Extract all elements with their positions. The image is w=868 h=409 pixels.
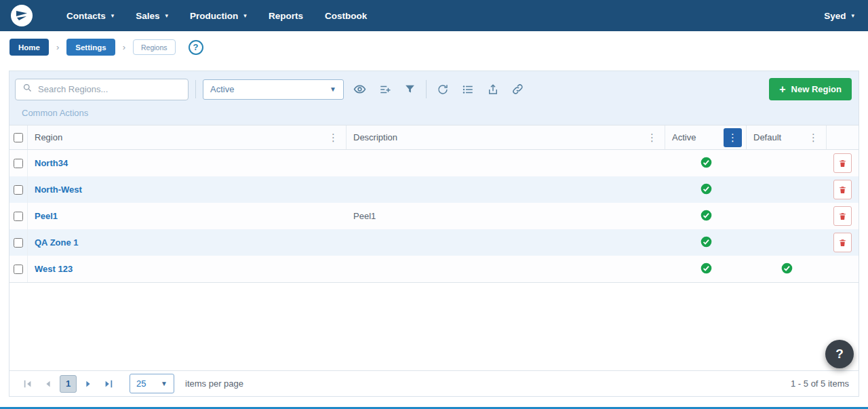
- column-label: Description: [353, 132, 397, 142]
- nav-costbook[interactable]: Costbook: [314, 0, 378, 31]
- current-page-button[interactable]: 1: [60, 375, 77, 393]
- user-menu[interactable]: Syed ▾: [824, 11, 857, 21]
- row-checkbox[interactable]: [14, 185, 23, 195]
- default-cell: [747, 203, 827, 229]
- common-actions-toggle[interactable]: Common Actions: [15, 100, 852, 125]
- breadcrumb-regions-chip: Regions: [133, 39, 176, 55]
- table-body: North34 North-West Peel1 P: [9, 150, 859, 283]
- toolbar: Active ▼: [15, 78, 852, 100]
- actions-cell: [827, 203, 859, 229]
- list-icon[interactable]: [458, 80, 477, 98]
- description-cell: [347, 176, 665, 203]
- column-label: Active: [672, 132, 696, 142]
- column-menu-button[interactable]: ⋮: [805, 132, 822, 144]
- active-cell: [665, 203, 747, 229]
- region-link[interactable]: QA Zone 1: [35, 237, 79, 248]
- help-icon[interactable]: ?: [189, 40, 203, 55]
- actions-cell: [827, 229, 859, 256]
- first-page-button[interactable]: [19, 375, 37, 393]
- search-icon: [22, 83, 33, 96]
- view-eye-icon[interactable]: [351, 80, 369, 98]
- default-cell: [747, 256, 827, 282]
- table-row: Peel1 Peel1: [9, 203, 859, 229]
- pagination-bar: 1 25 ▼ items per page 1 - 5 of 5 items: [9, 370, 859, 396]
- app-logo-icon[interactable]: [11, 5, 33, 26]
- plus-icon: +: [779, 84, 785, 95]
- nav-contacts[interactable]: Contacts ▾: [56, 0, 125, 31]
- actions-cell: [827, 176, 859, 203]
- refresh-icon[interactable]: [433, 80, 452, 98]
- row-checkbox[interactable]: [14, 212, 23, 221]
- table-row: North-West: [9, 176, 859, 203]
- active-cell: [665, 176, 747, 203]
- active-cell: [665, 229, 747, 256]
- delete-row-button[interactable]: [833, 233, 852, 252]
- chevron-down-icon: ▾: [851, 13, 854, 19]
- breadcrumb-separator-icon: ›: [123, 42, 125, 52]
- nav-reports-label: Reports: [269, 11, 303, 21]
- default-check-icon: [781, 262, 793, 276]
- search-input[interactable]: [38, 84, 181, 94]
- column-label: Region: [35, 132, 62, 142]
- description-cell: [347, 229, 665, 256]
- chevron-down-icon: ▾: [243, 13, 247, 19]
- table-header: Region ⋮ Description ⋮ Active ⋮ Default …: [9, 125, 859, 150]
- default-cell: [747, 150, 827, 176]
- status-filter-value: Active: [210, 84, 234, 94]
- column-header-default: Default ⋮: [747, 125, 827, 149]
- active-cell: [665, 150, 747, 176]
- previous-page-button[interactable]: [39, 375, 57, 393]
- description-cell: [347, 256, 665, 282]
- region-link[interactable]: Peel1: [35, 211, 58, 221]
- next-page-button[interactable]: [79, 375, 97, 393]
- nav-reports[interactable]: Reports: [258, 0, 314, 31]
- delete-row-button[interactable]: [833, 153, 852, 173]
- description-cell: [347, 150, 665, 176]
- select-all-checkbox[interactable]: [14, 133, 23, 142]
- delete-row-button[interactable]: [833, 180, 852, 199]
- column-label: Default: [753, 132, 781, 142]
- nav-sales[interactable]: Sales ▾: [125, 0, 179, 31]
- row-checkbox[interactable]: [14, 238, 23, 248]
- page-size-select[interactable]: 25 ▼: [130, 374, 174, 393]
- export-icon[interactable]: [484, 80, 502, 98]
- filter-funnel-icon[interactable]: [401, 80, 419, 98]
- region-link[interactable]: North34: [35, 158, 68, 168]
- active-check-icon: [701, 236, 712, 250]
- chevron-down-icon: ▼: [330, 85, 336, 93]
- last-page-button[interactable]: [100, 375, 117, 393]
- column-menu-button-active[interactable]: ⋮: [724, 128, 742, 147]
- region-link[interactable]: West 123: [35, 264, 73, 274]
- nav-costbook-label: Costbook: [325, 11, 367, 21]
- new-region-button[interactable]: + New Region: [769, 78, 852, 100]
- page-size-value: 25: [136, 378, 146, 389]
- row-checkbox[interactable]: [14, 265, 23, 274]
- link-icon[interactable]: [509, 80, 527, 98]
- breadcrumb-settings-button[interactable]: Settings: [66, 39, 115, 56]
- chevron-down-icon: ▾: [111, 13, 115, 19]
- column-menu-button[interactable]: ⋮: [644, 132, 660, 144]
- region-link[interactable]: North-West: [35, 184, 82, 195]
- column-menu-button[interactable]: ⋮: [325, 132, 342, 144]
- active-check-icon: [701, 183, 712, 197]
- actions-cell: [827, 256, 859, 282]
- breadcrumb-home-button[interactable]: Home: [9, 39, 49, 56]
- nav-sales-label: Sales: [136, 11, 159, 21]
- add-columns-icon[interactable]: [376, 80, 394, 98]
- table-row: QA Zone 1: [9, 229, 859, 256]
- actions-cell: [827, 150, 859, 176]
- floating-help-button[interactable]: ?: [825, 340, 854, 368]
- nav-production[interactable]: Production ▾: [179, 0, 258, 31]
- delete-row-button[interactable]: [833, 206, 852, 226]
- chevron-down-icon: ▾: [165, 13, 169, 19]
- column-header-active: Active ⋮: [665, 125, 747, 149]
- chevron-down-icon: ▼: [161, 380, 167, 387]
- status-filter-select[interactable]: Active ▼: [203, 79, 344, 100]
- default-cell: [747, 229, 827, 256]
- table-row: North34: [9, 150, 859, 176]
- column-header-region: Region ⋮: [28, 125, 347, 149]
- toolbar-divider: [195, 80, 196, 98]
- items-per-page-label: items per page: [185, 378, 243, 389]
- row-checkbox[interactable]: [14, 159, 23, 168]
- active-check-icon: [701, 210, 712, 223]
